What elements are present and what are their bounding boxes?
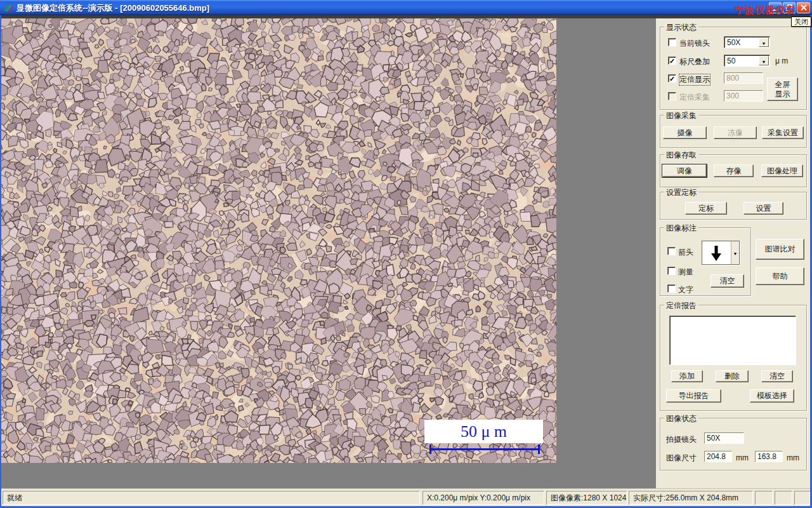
close-button[interactable] bbox=[797, 2, 810, 13]
calibration-setup-button[interactable]: 设置 bbox=[743, 202, 783, 215]
shoot-button[interactable]: 摄像 bbox=[663, 126, 707, 139]
arrow-checkbox[interactable] bbox=[667, 247, 676, 255]
status-pixel-scale: X:0.200μ m/pix Y:0.200μ m/pix bbox=[422, 491, 544, 505]
report-delete-button[interactable]: 删除 bbox=[716, 370, 749, 382]
text-checkbox[interactable] bbox=[667, 284, 676, 293]
report-add-button[interactable]: 添加 bbox=[671, 370, 703, 382]
group-title: 设置定标 bbox=[664, 187, 698, 198]
status-ready: 就绪 bbox=[3, 491, 420, 505]
measure-checkbox[interactable] bbox=[667, 267, 676, 275]
down-arrow-icon bbox=[710, 244, 723, 262]
current-lens-value: 50X bbox=[727, 38, 740, 47]
fixed-capture-input bbox=[724, 90, 763, 102]
group-calibration: 设置定标 bbox=[660, 192, 807, 220]
current-lens-label[interactable]: 当前镜头 bbox=[679, 38, 710, 49]
group-title: 定倍报告 bbox=[664, 300, 698, 311]
app-window: 显微图像定倍系统--演示版 - [20090602055646.bmp] 宁波仪… bbox=[0, 0, 812, 508]
freeze-button: 冻像 bbox=[714, 126, 757, 139]
ruler-overlay-label[interactable]: 标尺叠加 bbox=[679, 57, 710, 67]
ruler-value: 50 bbox=[727, 57, 735, 65]
current-lens-combo[interactable]: 50X bbox=[724, 36, 770, 48]
close-tooltip: 关闭 bbox=[791, 17, 811, 27]
lens-label: 拍摄镜头 bbox=[666, 434, 697, 445]
arrow-label[interactable]: 箭头 bbox=[678, 247, 693, 258]
image-height-field[interactable] bbox=[755, 451, 783, 462]
status-actual-size: 实际尺寸:256.0mm X 204.8mm bbox=[629, 491, 753, 505]
fullscreen-line1: 全屏 bbox=[775, 80, 790, 90]
app-logo-icon bbox=[3, 3, 13, 13]
fullscreen-line2: 显示 bbox=[775, 90, 790, 99]
scale-bar-label: 50 μ m bbox=[424, 420, 543, 443]
export-report-button[interactable]: 导出报告 bbox=[666, 389, 721, 403]
height-unit-label: mm bbox=[787, 453, 799, 462]
save-image-button[interactable]: 存像 bbox=[714, 164, 754, 177]
fixed-display-label[interactable]: 定倍显示 bbox=[679, 74, 710, 85]
width-unit-label: mm bbox=[736, 453, 749, 462]
status-spare-1 bbox=[755, 491, 773, 505]
measure-label[interactable]: 测量 bbox=[678, 267, 693, 277]
current-lens-checkbox[interactable] bbox=[668, 38, 676, 46]
chevron-down-icon[interactable] bbox=[731, 241, 739, 264]
status-spare-3 bbox=[794, 491, 810, 505]
scale-bar-line bbox=[429, 448, 540, 450]
vendor-watermark: 宁波仪器仪表 bbox=[735, 4, 796, 17]
lens-value-field[interactable] bbox=[704, 432, 744, 444]
atlas-compare-button[interactable]: 图谱比对 bbox=[756, 239, 804, 260]
close-icon bbox=[800, 4, 808, 11]
text-label[interactable]: 文字 bbox=[678, 284, 693, 295]
chevron-down-icon[interactable] bbox=[759, 56, 769, 65]
fixed-capture-checkbox bbox=[668, 92, 676, 100]
arrow-style-picker[interactable] bbox=[702, 241, 740, 265]
image-width-field[interactable] bbox=[704, 451, 732, 462]
ruler-value-combo[interactable]: 50 bbox=[724, 55, 770, 67]
group-title: 图像采集 bbox=[664, 110, 698, 121]
fullscreen-button[interactable]: 全屏 显示 bbox=[767, 77, 798, 101]
status-spare-2 bbox=[775, 491, 792, 505]
group-title: 图像标注 bbox=[664, 223, 698, 234]
ruler-unit-label: μ m bbox=[775, 57, 788, 65]
status-bar: 就绪 X:0.200μ m/pix Y:0.200μ m/pix 图像像素:12… bbox=[1, 488, 810, 506]
image-process-button[interactable]: 图像处理 bbox=[761, 164, 803, 177]
calibrate-button[interactable]: 定标 bbox=[685, 202, 727, 215]
image-size-label: 图像尺寸 bbox=[666, 453, 697, 464]
help-button[interactable]: 帮助 bbox=[756, 267, 804, 285]
micrograph-viewport[interactable]: 50 μ m bbox=[1, 18, 556, 463]
scale-bar-tick-left bbox=[429, 444, 431, 454]
window-title: 显微图像定倍系统--演示版 - [20090602055646.bmp] bbox=[16, 3, 209, 14]
micrograph-image[interactable] bbox=[1, 18, 556, 463]
group-title: 图像状态 bbox=[664, 413, 698, 424]
title-bar: 显微图像定倍系统--演示版 - [20090602055646.bmp] bbox=[0, 0, 812, 15]
window-border-left bbox=[0, 15, 1, 506]
report-clear-button[interactable]: 清空 bbox=[761, 370, 793, 382]
chevron-down-icon[interactable] bbox=[759, 37, 769, 47]
load-image-button[interactable]: 调像 bbox=[662, 164, 707, 177]
fixed-display-checkbox[interactable] bbox=[668, 74, 676, 83]
fixed-capture-label: 定倍采集 bbox=[679, 92, 710, 103]
fixed-display-input bbox=[724, 72, 763, 84]
scale-bar-tick-right bbox=[538, 444, 540, 454]
annotation-clear-button[interactable]: 清空 bbox=[710, 274, 744, 288]
template-select-button[interactable]: 模板选择 bbox=[750, 389, 794, 403]
report-list[interactable] bbox=[669, 316, 796, 365]
group-title: 显示状态 bbox=[664, 22, 698, 33]
ruler-overlay-checkbox[interactable] bbox=[668, 57, 676, 65]
capture-settings-button[interactable]: 采集设置 bbox=[762, 126, 804, 139]
status-image-pixels: 图像像素:1280 X 1024 bbox=[546, 491, 627, 505]
group-title: 图像存取 bbox=[664, 150, 698, 161]
